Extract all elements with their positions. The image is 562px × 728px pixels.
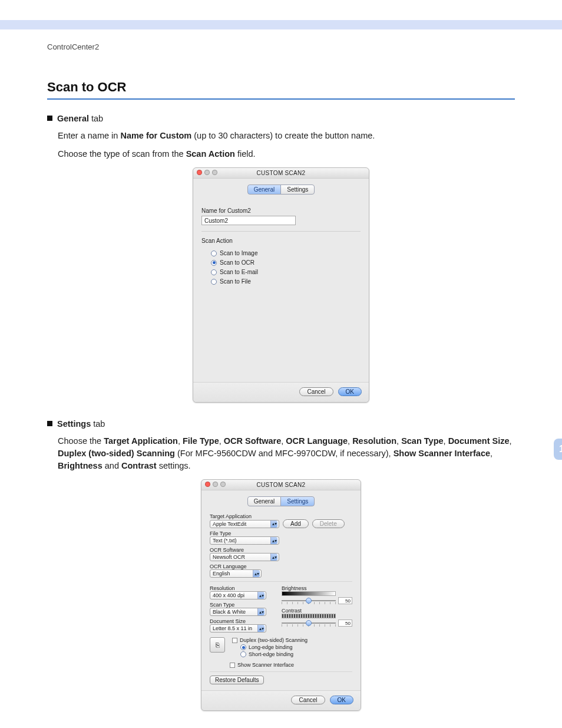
- select-scan-type[interactable]: Black & White▴▾: [210, 608, 266, 616]
- radio-label: Scan to E-mail: [220, 269, 258, 275]
- select-resolution[interactable]: 400 x 400 dpi▴▾: [210, 591, 266, 599]
- tab-settings[interactable]: Settings: [280, 185, 315, 195]
- label-ocr-language: OCR Language: [210, 564, 352, 569]
- dialog-titlebar: CUSTOM SCAN2: [193, 168, 369, 179]
- radio-row[interactable]: Scan to OCR: [211, 259, 361, 266]
- slider-thumb-icon[interactable]: [306, 620, 312, 626]
- zoom-icon: [212, 170, 217, 175]
- duplex-icon: ⎘: [210, 637, 225, 653]
- chevron-updown-icon: ▴▾: [270, 537, 277, 544]
- add-button[interactable]: Add: [283, 519, 309, 528]
- minimize-icon: [204, 170, 210, 175]
- radio-scan-to-e-mail[interactable]: [211, 269, 217, 275]
- select-file-type[interactable]: Text (*.txt)▴▾: [210, 536, 279, 545]
- radio-scan-to-image[interactable]: [211, 251, 217, 256]
- label-file-type: File Type: [210, 531, 352, 536]
- show-scanner-checkbox[interactable]: [230, 663, 235, 668]
- radio-scan-to-ocr[interactable]: [211, 260, 217, 266]
- select-target-application[interactable]: Apple TextEdit▴▾: [210, 520, 279, 528]
- tab-settings[interactable]: Settings: [280, 496, 315, 506]
- tab-general[interactable]: General: [247, 185, 282, 195]
- brightness-slider[interactable]: [282, 598, 336, 603]
- slider-thumb-icon[interactable]: [306, 598, 312, 604]
- restore-defaults-button[interactable]: Restore Defaults: [210, 676, 264, 684]
- brightness-value[interactable]: 50: [338, 597, 352, 604]
- chevron-updown-icon: ▴▾: [270, 521, 277, 528]
- close-icon[interactable]: [197, 170, 202, 175]
- paragraph-settings: Choose the Target Application, File Type…: [58, 435, 515, 472]
- radio-row[interactable]: Scan to E-mail: [211, 269, 361, 275]
- header-band: [0, 20, 562, 29]
- close-icon[interactable]: [205, 482, 210, 487]
- select-document-size[interactable]: Letter 8.5 x 11 in▴▾: [210, 624, 266, 633]
- contrast-gradient: [282, 614, 336, 618]
- radio-scan-to-file[interactable]: [211, 279, 217, 285]
- label-name-for-custom: Name for Custom2: [201, 207, 361, 214]
- label-long-edge: Long-edge binding: [249, 644, 293, 650]
- radio-label: Scan to OCR: [220, 259, 254, 266]
- dialog-custom-scan-general: CUSTOM SCAN2 General Settings Name for C…: [193, 167, 369, 403]
- cancel-button[interactable]: Cancel: [299, 387, 333, 396]
- label-scan-action: Scan Action: [201, 238, 361, 244]
- label-ocr-software: OCR Software: [210, 547, 352, 553]
- label-show-scanner: Show Scanner Interface: [237, 662, 294, 668]
- cancel-button[interactable]: Cancel: [291, 696, 325, 704]
- select-ocr-language[interactable]: English▴▾: [210, 569, 262, 578]
- paragraph-scan-action: Choose the type of scan from the Scan Ac…: [58, 148, 515, 160]
- label-resolution: Resolution: [210, 585, 273, 591]
- paragraph-name-custom: Enter a name in Name for Custom (up to 3…: [58, 130, 515, 142]
- radio-row[interactable]: Scan to Image: [211, 250, 361, 256]
- zoom-icon: [220, 482, 226, 487]
- label-brightness: Brightness: [282, 585, 352, 591]
- bullet-icon: [47, 421, 52, 426]
- bullet-icon: [47, 116, 52, 121]
- contrast-value[interactable]: 50: [338, 620, 352, 627]
- ok-button[interactable]: OK: [338, 387, 362, 396]
- chevron-updown-icon: ▴▾: [270, 554, 277, 561]
- ok-button[interactable]: OK: [330, 696, 353, 704]
- duplex-checkbox[interactable]: [232, 638, 237, 643]
- radio-long-edge[interactable]: [240, 644, 246, 650]
- radio-short-edge[interactable]: [240, 651, 246, 657]
- chevron-updown-icon: ▴▾: [253, 570, 260, 577]
- tab-general[interactable]: General: [247, 496, 282, 506]
- radio-label: Scan to File: [220, 278, 251, 285]
- label-document-size: Document Size: [210, 618, 273, 624]
- contrast-slider[interactable]: [282, 621, 336, 625]
- minimize-icon: [213, 482, 218, 487]
- delete-button: Delete: [312, 519, 345, 528]
- label-short-edge: Short-edge binding: [249, 651, 293, 657]
- chapter-tab: 10: [554, 439, 562, 460]
- label-contrast: Contrast: [282, 608, 352, 614]
- name-for-custom-input[interactable]: Custom2: [201, 216, 296, 225]
- dialog-title: CUSTOM SCAN2: [257, 482, 306, 488]
- chevron-updown-icon: ▴▾: [257, 608, 265, 615]
- select-ocr-software[interactable]: Newsoft OCR▴▾: [210, 553, 279, 561]
- bullet-settings: Settings tab: [57, 418, 105, 430]
- label-scan-type: Scan Type: [210, 602, 273, 608]
- page-header: ControlCenter2: [47, 42, 515, 51]
- chevron-updown-icon: ▴▾: [257, 592, 265, 599]
- label-target-application: Target Application: [210, 513, 352, 519]
- dialog-custom-scan-settings: CUSTOM SCAN2 General Settings Target App…: [201, 479, 361, 711]
- dialog-title: CUSTOM SCAN2: [257, 170, 306, 176]
- radio-row[interactable]: Scan to File: [211, 278, 361, 285]
- section-title: Scan to OCR: [47, 80, 515, 100]
- label-duplex: Duplex (two-sided) Scanning: [240, 637, 308, 643]
- bullet-general: General tab: [57, 113, 103, 125]
- brightness-gradient: [282, 591, 336, 596]
- dialog-titlebar: CUSTOM SCAN2: [201, 480, 361, 490]
- radio-label: Scan to Image: [220, 250, 257, 256]
- chevron-updown-icon: ▴▾: [257, 625, 265, 632]
